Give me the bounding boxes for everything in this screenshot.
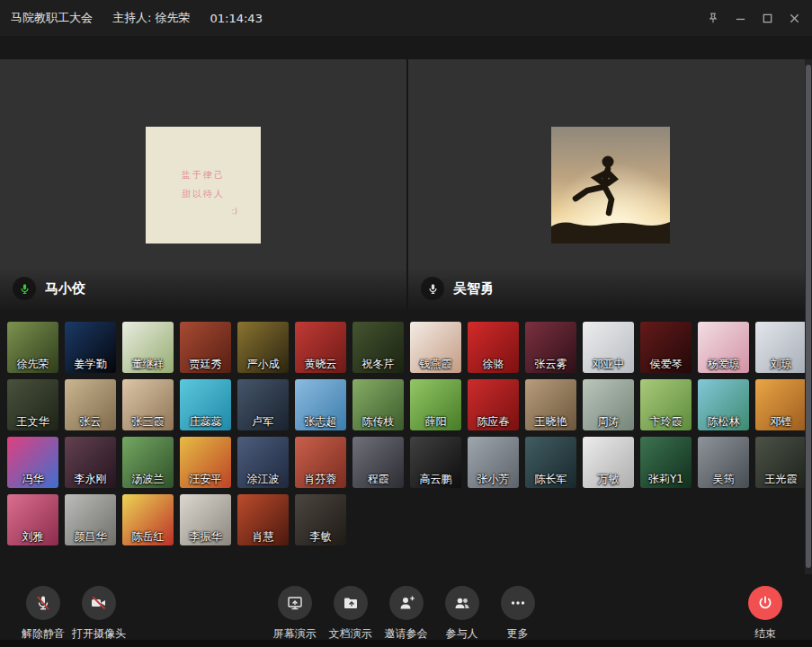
participant-tile[interactable]: 薛阳 [410, 379, 461, 430]
scrollbar-thumb[interactable] [806, 65, 811, 568]
participant-name: 庄蕊蕊 [176, 414, 235, 430]
note-line: 盐于律己 [182, 165, 225, 184]
note-smiley: :) [231, 203, 237, 220]
participant-name: 徐骆 [464, 357, 522, 372]
participant-name: 张云雾 [522, 357, 580, 372]
participant-tile[interactable]: 颜昌华 [65, 494, 116, 545]
more-button[interactable]: 更多 [495, 586, 541, 642]
end-meeting-button[interactable]: 结束 [742, 586, 789, 642]
participant-tile[interactable]: 徐先荣 [7, 322, 58, 373]
participant-name: 张三霞 [119, 414, 177, 430]
invite-button[interactable]: 邀请参会 [383, 586, 430, 642]
participant-name: 高云鹏 [406, 472, 465, 487]
speaker-name: 马小佼 [45, 280, 85, 297]
participant-tile[interactable]: 黄晓云 [295, 322, 346, 373]
close-button[interactable] [787, 11, 801, 25]
participant-tile[interactable]: 祝冬芹 [352, 322, 404, 373]
participant-tile[interactable]: 肖芬蓉 [295, 437, 346, 488]
participant-name: 刘琼 [752, 357, 810, 372]
participant-tile[interactable]: 卢军 [237, 379, 289, 430]
participant-tile[interactable]: 冯华 [7, 437, 58, 488]
video-tile-secondary[interactable]: 吴智勇 [408, 59, 812, 310]
participant-tile[interactable]: 董继祥 [122, 322, 174, 373]
mic-icon [421, 277, 444, 300]
participant-name: 万敏 [579, 472, 638, 487]
participant-tile[interactable]: 陈岳红 [122, 494, 174, 545]
screen-share-button[interactable]: 屏幕演示 [272, 586, 318, 642]
participant-tile[interactable]: 张云雾 [525, 322, 576, 373]
participant-tile[interactable]: 杨爱琼 [698, 322, 749, 373]
participant-tile[interactable]: 陈松林 [698, 379, 749, 430]
shared-note-image: 盐于律己 甜以待人 :) [146, 127, 261, 244]
maximize-button[interactable] [760, 11, 774, 25]
participant-tile[interactable]: 侯爱琴 [640, 322, 692, 373]
participant-tile[interactable]: 李敏 [295, 494, 346, 545]
participant-name: 王文华 [4, 414, 62, 430]
invite-person-icon [389, 586, 424, 620]
mic-muted-icon [26, 586, 60, 620]
meeting-window: 马院教职工大会 主持人: 徐先荣 01:14:43 [0, 0, 812, 647]
participant-name: 陈岳红 [119, 529, 177, 545]
participant-tile[interactable]: 王光霞 [755, 437, 807, 488]
participant-name: 涂江波 [234, 472, 292, 487]
participant-tile[interactable]: 汤波兰 [122, 437, 174, 488]
minimize-button[interactable] [733, 11, 747, 25]
participant-tile[interactable]: 高云鹏 [410, 437, 461, 488]
participant-name: 张云 [61, 414, 120, 430]
participant-tile[interactable]: 刘琼 [755, 322, 807, 373]
participant-tile[interactable]: 张小芳 [468, 437, 519, 488]
participant-name: 张莉Y1 [637, 472, 695, 487]
audio-video-controls: 解除静音 打开摄像头 [20, 586, 126, 642]
titlebar: 马院教职工大会 主持人: 徐先荣 01:14:43 [0, 0, 812, 36]
participant-tile[interactable]: 吴筠 [698, 437, 749, 488]
meeting-title: 马院教职工大会 [11, 10, 93, 26]
participant-tile[interactable]: 庄蕊蕊 [180, 379, 231, 430]
participant-tile[interactable]: 周涛 [583, 379, 634, 430]
participant-tile[interactable]: 邓亚中 [583, 322, 634, 373]
bottom-strip [0, 640, 812, 647]
participant-tile[interactable]: 陈长军 [525, 437, 576, 488]
participant-tile[interactable]: 李永刚 [65, 437, 116, 488]
video-tile-primary[interactable]: 盐于律己 甜以待人 :) 马小佼 [0, 59, 406, 310]
participant-tile[interactable]: 陈应春 [468, 379, 519, 430]
participant-name: 李敏 [291, 529, 350, 545]
participant-tile[interactable]: 张三霞 [122, 379, 174, 430]
unmute-button[interactable]: 解除静音 [20, 586, 67, 642]
participant-name: 侯爱琴 [637, 357, 695, 372]
camera-on-button[interactable]: 打开摄像头 [72, 586, 126, 642]
participant-name: 颜昌华 [61, 529, 120, 545]
video-stage: 盐于律己 甜以待人 :) 马小佼 [0, 59, 812, 310]
host-label: 主持人: 徐先荣 [112, 10, 191, 26]
participant-tile[interactable]: 张志超 [295, 379, 346, 430]
participant-tile[interactable]: 严小成 [237, 322, 289, 373]
participant-tile[interactable]: 万敏 [583, 437, 634, 488]
participant-tile[interactable]: 刘雅 [7, 494, 58, 545]
participant-name: 贾廷秀 [176, 357, 235, 372]
participant-tile[interactable]: 王晓艳 [525, 379, 576, 430]
participant-tile[interactable]: 邓铿 [755, 379, 807, 430]
participant-tile[interactable]: 张云 [65, 379, 116, 430]
participant-tile[interactable]: 肖慧 [237, 494, 289, 545]
participant-tile[interactable]: 汪安平 [180, 437, 231, 488]
participant-name: 王光霞 [752, 472, 810, 487]
participant-tile[interactable]: 程霞 [352, 437, 404, 488]
window-controls [706, 11, 801, 25]
participant-tile[interactable]: 钱燕霞 [410, 322, 461, 373]
participant-tile[interactable]: 王文华 [7, 379, 58, 430]
participant-tile[interactable]: 贾廷秀 [180, 322, 231, 373]
participant-tile[interactable]: 徐骆 [468, 322, 519, 373]
pin-icon[interactable] [706, 11, 720, 25]
participant-tile[interactable]: 张莉Y1 [640, 437, 692, 488]
participant-tile[interactable]: 陈传枝 [352, 379, 404, 430]
participant-tile[interactable]: 卞玲霞 [640, 379, 692, 430]
doc-share-button[interactable]: 文档演示 [327, 586, 374, 642]
participant-name: 钱燕霞 [406, 357, 465, 372]
participant-name: 祝冬芹 [349, 357, 407, 372]
attendees-button[interactable]: 参与人 [439, 586, 486, 642]
camera-muted-icon [82, 586, 116, 620]
participant-tile[interactable]: 姜学勤 [65, 322, 116, 373]
participant-tile[interactable]: 李振华 [180, 494, 231, 545]
participant-tile[interactable]: 涂江波 [237, 437, 289, 488]
participant-name: 周涛 [579, 414, 638, 430]
meeting-actions: 屏幕演示 文档演示 [272, 586, 541, 642]
